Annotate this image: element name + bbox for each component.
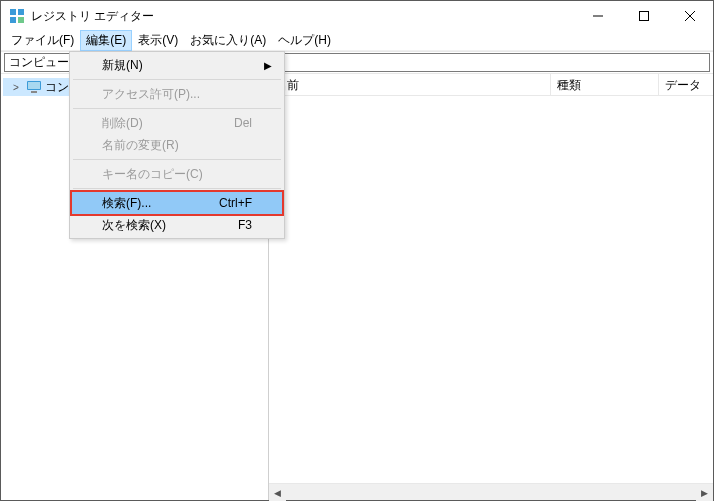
menu-item-shortcut: Ctrl+F	[219, 196, 252, 210]
column-data[interactable]: データ	[659, 74, 713, 95]
menu-separator	[73, 108, 281, 109]
column-type[interactable]: 種類	[551, 74, 659, 95]
edit-menu-dropdown: 新規(N) ▶ アクセス許可(P)... 削除(D) Del 名前の変更(R) …	[69, 51, 285, 239]
menu-item-shortcut: Del	[234, 116, 252, 130]
menu-item-copy-key-name[interactable]: キー名のコピー(C)	[72, 163, 282, 185]
menu-item-label: 新規(N)	[102, 57, 143, 74]
menu-item-label: 次を検索(X)	[102, 217, 166, 234]
svg-rect-0	[10, 9, 16, 15]
submenu-arrow-icon: ▶	[264, 60, 272, 71]
menu-edit[interactable]: 編集(E)	[80, 30, 132, 51]
menu-view[interactable]: 表示(V)	[132, 30, 184, 51]
menu-item-label: 削除(D)	[102, 115, 143, 132]
menu-separator	[73, 159, 281, 160]
menu-item-label: 名前の変更(R)	[102, 137, 179, 154]
menu-file[interactable]: ファイル(F)	[5, 30, 80, 51]
svg-rect-3	[18, 17, 24, 23]
menu-item-rename[interactable]: 名前の変更(R)	[72, 134, 282, 156]
scroll-track[interactable]	[286, 484, 696, 500]
computer-icon	[26, 81, 42, 93]
scroll-left-icon[interactable]: ◀	[269, 484, 286, 501]
minimize-button[interactable]	[575, 1, 621, 31]
menu-favorites[interactable]: お気に入り(A)	[184, 30, 272, 51]
menu-separator	[73, 188, 281, 189]
window-title: レジストリ エディター	[31, 8, 575, 25]
svg-rect-5	[640, 12, 649, 21]
list-pane: 名前 種類 データ ◀ ▶	[269, 74, 713, 500]
scroll-right-icon[interactable]: ▶	[696, 484, 713, 501]
svg-rect-10	[31, 91, 37, 93]
app-icon	[9, 8, 25, 24]
menu-help[interactable]: ヘルプ(H)	[272, 30, 337, 51]
menu-item-shortcut: F3	[238, 218, 252, 232]
svg-rect-1	[18, 9, 24, 15]
menu-item-label: アクセス許可(P)...	[102, 86, 200, 103]
maximize-button[interactable]	[621, 1, 667, 31]
titlebar: レジストリ エディター	[1, 1, 713, 31]
column-headers: 名前 種類 データ	[269, 74, 713, 96]
expand-icon[interactable]: >	[9, 82, 23, 93]
menu-item-permissions[interactable]: アクセス許可(P)...	[72, 83, 282, 105]
svg-rect-2	[10, 17, 16, 23]
close-button[interactable]	[667, 1, 713, 31]
menu-item-new[interactable]: 新規(N) ▶	[72, 54, 282, 76]
registry-editor-window: レジストリ エディター ファイル(F) 編集(E) 表示(V) お気に入り(A)…	[0, 0, 714, 501]
horizontal-scrollbar[interactable]: ◀ ▶	[269, 483, 713, 500]
menu-item-label: 検索(F)...	[102, 195, 151, 212]
menu-item-delete[interactable]: 削除(D) Del	[72, 112, 282, 134]
menu-item-find[interactable]: 検索(F)... Ctrl+F	[72, 192, 282, 214]
menu-item-label: キー名のコピー(C)	[102, 166, 203, 183]
menu-separator	[73, 79, 281, 80]
column-name[interactable]: 名前	[269, 74, 551, 95]
menubar: ファイル(F) 編集(E) 表示(V) お気に入り(A) ヘルプ(H)	[1, 31, 713, 51]
list-body[interactable]	[269, 96, 713, 483]
svg-rect-9	[28, 82, 40, 89]
menu-item-find-next[interactable]: 次を検索(X) F3	[72, 214, 282, 236]
